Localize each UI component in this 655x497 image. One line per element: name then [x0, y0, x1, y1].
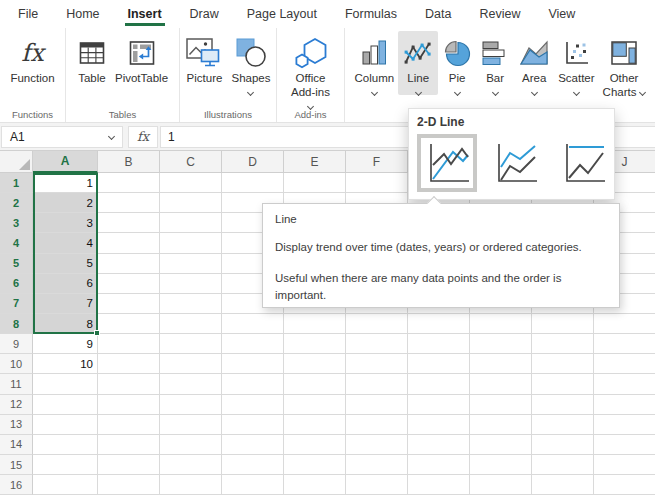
cell-C7[interactable]: [160, 294, 222, 314]
cell-I11[interactable]: [532, 374, 594, 394]
cell-J15[interactable]: [594, 455, 655, 475]
cell-H16[interactable]: [470, 475, 532, 495]
cell-G11[interactable]: [408, 374, 470, 394]
cell-A9[interactable]: 9: [33, 334, 98, 354]
cell-H14[interactable]: [470, 435, 532, 455]
cell-F8[interactable]: [346, 314, 408, 334]
bar-chart-button[interactable]: Bar: [476, 31, 514, 95]
cell-A16[interactable]: [33, 475, 98, 495]
cell-J10[interactable]: [594, 354, 655, 374]
cell-J16[interactable]: [594, 475, 655, 495]
tab-page-layout[interactable]: Page Layout: [246, 1, 318, 27]
cell-I14[interactable]: [532, 435, 594, 455]
cell-H8[interactable]: [470, 314, 532, 334]
cell-E16[interactable]: [284, 475, 346, 495]
cell-E9[interactable]: [284, 334, 346, 354]
cell-B15[interactable]: [98, 455, 160, 475]
cell-C11[interactable]: [160, 374, 222, 394]
row-header-15[interactable]: 15: [0, 455, 33, 475]
cell-E8[interactable]: [284, 314, 346, 334]
cell-A15[interactable]: [33, 455, 98, 475]
cell-G12[interactable]: [408, 395, 470, 415]
cell-G8[interactable]: [408, 314, 470, 334]
cell-F13[interactable]: [346, 415, 408, 435]
cell-F15[interactable]: [346, 455, 408, 475]
cell-C8[interactable]: [160, 314, 222, 334]
cell-B3[interactable]: [98, 213, 160, 233]
scatter-chart-button[interactable]: Scatter: [554, 31, 598, 95]
cell-B4[interactable]: [98, 233, 160, 253]
cell-J8[interactable]: [594, 314, 655, 334]
cell-A4[interactable]: 4: [33, 233, 98, 253]
function-button[interactable]: fx Function: [6, 31, 58, 86]
cell-B12[interactable]: [98, 395, 160, 415]
cell-B7[interactable]: [98, 294, 160, 314]
row-header-12[interactable]: 12: [0, 395, 33, 415]
row-header-16[interactable]: 16: [0, 475, 33, 495]
picture-button[interactable]: Picture: [181, 31, 227, 86]
cell-A7[interactable]: 7: [33, 294, 98, 314]
cell-I15[interactable]: [532, 455, 594, 475]
cell-C13[interactable]: [160, 415, 222, 435]
cell-I16[interactable]: [532, 475, 594, 495]
column-header-F[interactable]: F: [346, 151, 408, 173]
cell-D1[interactable]: [222, 173, 284, 193]
cell-B8[interactable]: [98, 314, 160, 334]
tab-data[interactable]: Data: [424, 1, 452, 27]
cell-D13[interactable]: [222, 415, 284, 435]
cell-G9[interactable]: [408, 334, 470, 354]
column-header-D[interactable]: D: [222, 151, 284, 173]
cell-B10[interactable]: [98, 354, 160, 374]
cell-J13[interactable]: [594, 415, 655, 435]
cell-F10[interactable]: [346, 354, 408, 374]
cell-F14[interactable]: [346, 435, 408, 455]
cell-A8[interactable]: 8: [33, 314, 98, 334]
cell-E10[interactable]: [284, 354, 346, 374]
cell-C1[interactable]: [160, 173, 222, 193]
cell-D8[interactable]: [222, 314, 284, 334]
row-header-9[interactable]: 9: [0, 334, 33, 354]
cell-C10[interactable]: [160, 354, 222, 374]
cell-H15[interactable]: [470, 455, 532, 475]
cell-C16[interactable]: [160, 475, 222, 495]
row-header-11[interactable]: 11: [0, 374, 33, 394]
line-chart-button[interactable]: Line: [398, 31, 438, 95]
cell-H9[interactable]: [470, 334, 532, 354]
cell-D12[interactable]: [222, 395, 284, 415]
cell-D14[interactable]: [222, 435, 284, 455]
tab-formulas[interactable]: Formulas: [344, 1, 398, 27]
row-header-8[interactable]: 8: [0, 314, 33, 334]
cell-G14[interactable]: [408, 435, 470, 455]
cell-E12[interactable]: [284, 395, 346, 415]
row-header-7[interactable]: 7: [0, 294, 33, 314]
row-header-6[interactable]: 6: [0, 274, 33, 294]
tab-home[interactable]: Home: [65, 1, 100, 27]
cell-A11[interactable]: [33, 374, 98, 394]
cell-G13[interactable]: [408, 415, 470, 435]
cell-C12[interactable]: [160, 395, 222, 415]
cell-J12[interactable]: [594, 395, 655, 415]
option-100-stacked-line[interactable]: [553, 134, 613, 192]
tab-insert[interactable]: Insert: [127, 1, 163, 27]
cell-H10[interactable]: [470, 354, 532, 374]
row-header-2[interactable]: 2: [0, 193, 33, 213]
cell-C6[interactable]: [160, 274, 222, 294]
select-all-corner[interactable]: [0, 151, 33, 173]
office-addins-button[interactable]: Office Add-ins: [287, 31, 334, 109]
row-header-13[interactable]: 13: [0, 415, 33, 435]
cell-B13[interactable]: [98, 415, 160, 435]
option-line[interactable]: [417, 134, 477, 192]
cell-G15[interactable]: [408, 455, 470, 475]
column-header-B[interactable]: B: [98, 151, 160, 173]
cell-D15[interactable]: [222, 455, 284, 475]
cell-A1[interactable]: 1: [33, 173, 98, 193]
tab-file[interactable]: File: [17, 1, 39, 27]
area-chart-button[interactable]: Area: [514, 31, 554, 95]
cell-H11[interactable]: [470, 374, 532, 394]
column-chart-button[interactable]: Column: [351, 31, 399, 95]
pivottable-button[interactable]: PivotTable: [111, 31, 172, 86]
cell-B11[interactable]: [98, 374, 160, 394]
cell-E14[interactable]: [284, 435, 346, 455]
shapes-button[interactable]: Shapes: [227, 31, 274, 95]
cell-B9[interactable]: [98, 334, 160, 354]
